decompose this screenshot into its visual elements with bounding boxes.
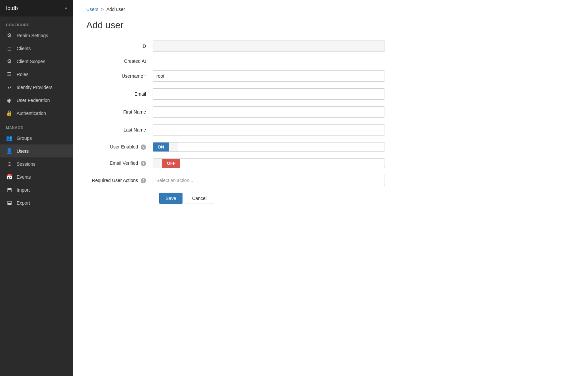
user-federation-icon: ◉ (6, 97, 13, 103)
configure-section-label: Configure (0, 17, 73, 29)
sidebar-item-users[interactable]: 👤 Users (0, 144, 73, 157)
required-actions-label: Required User Actions ? (86, 178, 153, 183)
created-at-row: Created At (86, 58, 385, 64)
cancel-button[interactable]: Cancel (186, 193, 213, 204)
firstname-field-wrap (153, 106, 385, 118)
sidebar-item-import[interactable]: ⬒ Import (0, 183, 73, 196)
main-content: Users > Add user Add user ID Created At … (73, 0, 588, 376)
user-enabled-help-icon[interactable]: ? (141, 144, 146, 150)
client-scopes-icon: ⚙ (6, 58, 13, 64)
firstname-field[interactable] (153, 106, 385, 118)
sidebar-item-sessions[interactable]: ⊙ Sessions (0, 157, 73, 170)
email-field-wrap (153, 88, 385, 100)
import-icon: ⬒ (6, 187, 13, 193)
sidebar-item-label: Clients (17, 46, 31, 51)
breadcrumb-separator: > (101, 7, 104, 12)
email-label: Email (86, 91, 153, 97)
sidebar-item-label: Import (17, 187, 30, 193)
roles-icon: ☰ (6, 71, 13, 77)
sidebar-item-authentication[interactable]: 🔒 Authentication (0, 107, 73, 120)
sidebar-item-label: Export (17, 200, 30, 206)
authentication-icon: 🔒 (6, 110, 13, 116)
sidebar-item-label: Sessions (17, 161, 36, 167)
email-verified-toggle-wrap: OFF (153, 158, 385, 168)
lastname-row: Last Name (86, 124, 385, 136)
created-at-label: Created At (86, 58, 153, 64)
email-row: Email (86, 88, 385, 100)
firstname-label: First Name (86, 109, 153, 115)
email-verified-help-icon[interactable]: ? (141, 161, 146, 166)
app-title: Iotdb (6, 5, 18, 11)
id-field-wrap (153, 41, 385, 52)
breadcrumb-current: Add user (107, 7, 125, 12)
email-verified-label: Email Verified ? (86, 160, 153, 166)
lastname-field-wrap (153, 124, 385, 136)
sidebar-item-label: Users (17, 148, 29, 154)
id-row: ID (86, 41, 385, 52)
page-title: Add user (86, 20, 575, 31)
lastname-field[interactable] (153, 124, 385, 136)
add-user-form: ID Created At Username* Email (86, 41, 385, 204)
sidebar-item-label: Groups (17, 136, 32, 141)
events-icon: 📅 (6, 174, 13, 180)
id-field[interactable] (153, 41, 385, 52)
users-icon: 👤 (6, 148, 13, 154)
sidebar-item-label: Identity Providers (17, 85, 52, 90)
email-field[interactable] (153, 88, 385, 100)
sidebar-item-export[interactable]: ⬓ Export (0, 196, 73, 209)
username-field-wrap (153, 70, 385, 82)
sidebar-item-label: Client Scopes (17, 59, 45, 64)
sidebar-item-events[interactable]: 📅 Events (0, 170, 73, 183)
sidebar-item-label: Authentication (17, 111, 46, 116)
user-enabled-row: User Enabled ? ON (86, 142, 385, 152)
toggle-off-placeholder (169, 142, 178, 151)
breadcrumb: Users > Add user (86, 7, 575, 12)
identity-providers-icon: ⇄ (6, 84, 13, 90)
app-header[interactable]: Iotdb ▾ (0, 0, 73, 17)
sidebar-item-realm-settings[interactable]: ⚙ Realm Settings (0, 29, 73, 42)
required-actions-row: Required User Actions ? Select an action… (86, 175, 385, 186)
firstname-row: First Name (86, 106, 385, 118)
manage-section-label: Manage (0, 120, 73, 132)
sidebar-item-label: Roles (17, 72, 29, 77)
toggle-on-placeholder-ev (153, 159, 162, 168)
username-row: Username* (86, 70, 385, 82)
sidebar-item-client-scopes[interactable]: ⚙ Client Scopes (0, 55, 73, 68)
required-actions-help-icon[interactable]: ? (141, 178, 146, 183)
username-required: * (144, 73, 146, 79)
sidebar-item-user-federation[interactable]: ◉ User Federation (0, 94, 73, 107)
save-button[interactable]: Save (159, 193, 183, 204)
sidebar-item-label: Realm Settings (17, 33, 48, 38)
sidebar-item-groups[interactable]: 👥 Groups (0, 132, 73, 144)
email-verified-row: Email Verified ? OFF (86, 158, 385, 168)
sidebar-item-roles[interactable]: ☰ Roles (0, 68, 73, 81)
configure-nav: ⚙ Realm Settings◻ Clients⚙ Client Scopes… (0, 29, 73, 120)
lastname-label: Last Name (86, 127, 153, 133)
user-enabled-label: User Enabled ? (86, 144, 153, 150)
username-label: Username* (86, 73, 153, 79)
sidebar-item-label: User Federation (17, 98, 50, 103)
toggle-off-label: OFF (162, 159, 180, 168)
realm-settings-icon: ⚙ (6, 32, 13, 39)
form-buttons: Save Cancel (159, 193, 385, 204)
breadcrumb-parent[interactable]: Users (86, 7, 99, 12)
manage-nav: 👥 Groups👤 Users⊙ Sessions📅 Events⬒ Impor… (0, 132, 73, 209)
required-actions-select[interactable]: Select an action... (153, 175, 385, 186)
chevron-down-icon: ▾ (65, 6, 67, 11)
sidebar-item-clients[interactable]: ◻ Clients (0, 42, 73, 55)
sidebar: Iotdb ▾ Configure ⚙ Realm Settings◻ Clie… (0, 0, 73, 376)
id-label: ID (86, 44, 153, 49)
user-enabled-toggle[interactable]: ON (153, 142, 385, 152)
clients-icon: ◻ (6, 45, 13, 51)
user-enabled-toggle-wrap: ON (153, 142, 385, 152)
export-icon: ⬓ (6, 200, 13, 206)
username-field[interactable] (153, 70, 385, 82)
email-verified-toggle[interactable]: OFF (153, 158, 385, 168)
sidebar-item-label: Events (17, 174, 31, 180)
sidebar-item-identity-providers[interactable]: ⇄ Identity Providers (0, 81, 73, 94)
sessions-icon: ⊙ (6, 161, 13, 167)
toggle-on-label: ON (153, 142, 169, 151)
required-actions-field-wrap: Select an action... (153, 175, 385, 186)
groups-icon: 👥 (6, 135, 13, 141)
